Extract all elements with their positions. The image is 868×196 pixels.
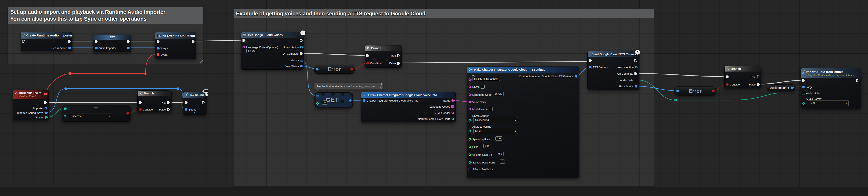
language-code-field[interactable]: en-US (246, 49, 257, 53)
item-out-pin[interactable] (349, 99, 351, 102)
audio-format-dropdown[interactable]: mp3▾ (808, 100, 849, 106)
pitch-pin[interactable] (469, 145, 471, 148)
node-break-voice-info[interactable]: Break Chatbot Integrator Google Cloud Vo… (361, 92, 456, 122)
ssml-gender-pin[interactable] (469, 119, 471, 121)
audio-importer-variable-node[interactable]: Audio Importer (767, 84, 795, 91)
event-delegate-pin[interactable] (157, 53, 159, 56)
exec-out-pin[interactable] (127, 40, 130, 43)
volume-gain-field[interactable]: 0.0 (497, 152, 503, 156)
language-code-pin[interactable] (469, 93, 471, 96)
exec-out-pin[interactable] (856, 79, 859, 82)
exec-in-pin[interactable] (185, 101, 188, 104)
node-play-sound-2d[interactable]: ƒ Play Sound 2D Sound ▾ (183, 92, 207, 115)
speaking-rate-field[interactable]: 1.0 (495, 136, 502, 141)
node-create-runtime-audio-importer[interactable]: ƒ Create Runtime Audio Importer Return V… (21, 32, 72, 51)
node-comment-bubble[interactable]: Use the first available voice for testin… (313, 83, 383, 90)
blueprint-graph-canvas[interactable]: Set up audio import and playback via Run… (0, 0, 868, 196)
delegate-knot[interactable] (145, 72, 147, 75)
node-send-tts-request[interactable]: Send Google Cloud TTS Request TTS Settin… (587, 51, 639, 90)
equals-input-b-pin[interactable] (64, 115, 66, 117)
node-get-array-item[interactable]: GET 0 (314, 92, 353, 108)
node-import-audio-from-buffer[interactable]: ƒImport Audio from Buffer Target is Runt… (801, 68, 861, 109)
error-status-pin[interactable] (635, 85, 638, 88)
pitch-field[interactable]: 0.0 (483, 144, 490, 148)
speech-bubble-icon[interactable] (380, 87, 383, 89)
ssml-checkbox[interactable] (481, 85, 485, 89)
node-equal-enum[interactable]: == Success▾ (62, 105, 130, 121)
voice-name-pin[interactable] (469, 101, 471, 103)
status-pin[interactable] (44, 116, 47, 119)
index-pin[interactable] (316, 102, 319, 105)
object-knot[interactable] (177, 87, 179, 90)
exec-out-pin[interactable] (300, 39, 303, 42)
on-complete-exec-pin[interactable] (300, 52, 303, 55)
condition-pin[interactable] (366, 62, 369, 64)
collapse-advanced-icon[interactable]: ▴ (467, 174, 579, 177)
node-make-tts-settings[interactable]: Make Chatbot Integrator Google Cloud TTS… (467, 66, 579, 178)
error-reroute-node-1[interactable]: Error (314, 65, 355, 74)
expand-advanced-icon[interactable]: ▾ (183, 111, 206, 114)
comment-example-titlebar[interactable]: Example of getting voices and then sendi… (234, 9, 654, 18)
error-out-pin[interactable] (712, 90, 714, 92)
model-name-pin[interactable] (469, 108, 471, 110)
condition-pin[interactable] (139, 108, 142, 111)
exec-in-pin[interactable] (157, 40, 160, 43)
effects-profile-array-pin[interactable] (469, 168, 471, 171)
object-knot[interactable] (65, 87, 67, 90)
exec-in-pin[interactable] (95, 40, 98, 43)
error-out-pin[interactable] (350, 68, 353, 71)
exec-out-pin[interactable] (44, 101, 47, 104)
exec-out-pin[interactable] (634, 59, 638, 62)
true-exec-pin[interactable] (757, 76, 760, 78)
exec-out-pin[interactable] (192, 40, 195, 43)
array-knot[interactable] (674, 99, 677, 101)
target-pin[interactable] (802, 86, 805, 88)
node-bind-event-to-on-result[interactable]: Bind Event to On Result Target Event (155, 32, 196, 59)
bubble-icons[interactable] (380, 83, 383, 89)
comment-resize-handle[interactable] (650, 183, 653, 186)
false-exec-pin[interactable] (167, 108, 170, 111)
node-branch-2[interactable]: Branch True Condition False (365, 45, 402, 67)
audio-format-pin[interactable] (802, 102, 805, 105)
false-exec-pin[interactable] (757, 83, 760, 86)
error-status-pin[interactable] (300, 65, 303, 67)
volume-gain-pin[interactable] (469, 153, 471, 156)
audio-encoding-dropdown[interactable]: MP3▾ (473, 128, 518, 134)
voices-array-pin[interactable] (300, 59, 303, 61)
error-in-pin[interactable] (316, 68, 318, 71)
exec-in-pin[interactable] (23, 40, 25, 43)
audio-data-array-pin[interactable] (635, 79, 638, 82)
model-name-checkbox[interactable] (489, 107, 493, 111)
target-pin[interactable] (157, 47, 159, 50)
voice-info-in-pin[interactable] (363, 99, 365, 102)
audio-encoding-pin[interactable] (469, 130, 471, 132)
node-get-google-cloud-voices[interactable]: Get Google Cloud Voices Language Code (O… (241, 32, 304, 69)
enum-value-dropdown[interactable]: Success▾ (69, 113, 112, 119)
audio-importer-in-pin[interactable] (95, 47, 97, 49)
text-pin[interactable] (469, 78, 471, 81)
return-value-pin[interactable] (68, 47, 71, 49)
index-field[interactable]: 0 (322, 101, 328, 105)
speaking-rate-pin[interactable] (469, 138, 471, 141)
tts-settings-in-pin[interactable] (589, 66, 592, 68)
node-branch-3[interactable]: Branch True Condition False (724, 66, 762, 88)
array-in-pin[interactable] (316, 95, 319, 98)
pushpin-icon[interactable] (380, 83, 383, 86)
equals-result-pin[interactable] (126, 112, 129, 114)
name-pin[interactable] (452, 99, 454, 102)
exec-in-pin[interactable] (243, 39, 245, 42)
async-action-pin[interactable] (635, 66, 638, 68)
language-code-pin[interactable] (243, 46, 245, 48)
node-onresult-event[interactable]: ◇OnResult_Event Custom Event Importer Im… (13, 90, 49, 120)
exec-in-pin[interactable] (726, 76, 729, 78)
equals-input-a-pin[interactable] (64, 107, 66, 110)
condition-pin[interactable] (726, 83, 728, 86)
importer-pin[interactable] (44, 107, 47, 109)
exec-in-pin[interactable] (589, 59, 592, 62)
on-complete-exec-pin[interactable] (634, 72, 638, 75)
delegate-pin[interactable] (44, 92, 47, 95)
exec-in-pin[interactable] (366, 54, 369, 57)
exec-in-pin[interactable] (802, 79, 805, 82)
sound-pin[interactable] (185, 108, 187, 111)
node-set-audio-importer[interactable]: SET Audio Importer (93, 35, 131, 52)
